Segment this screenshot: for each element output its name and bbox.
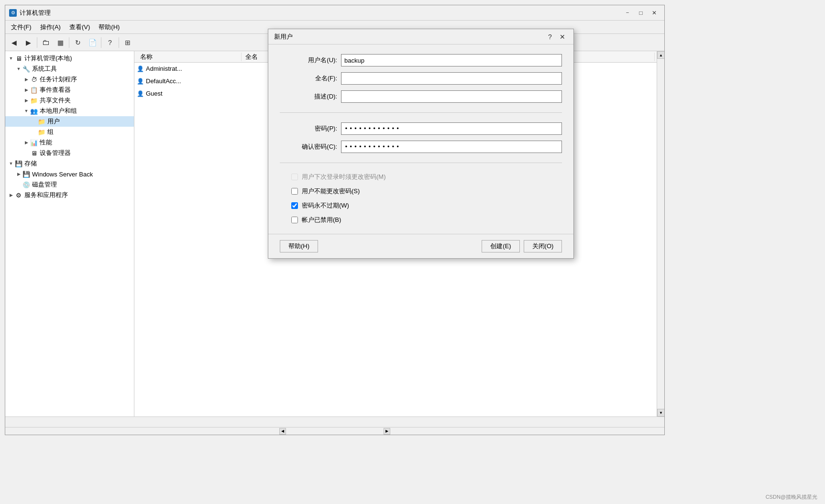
services-apps-icon: ⚙ (15, 191, 22, 199)
menu-view[interactable]: 查看(V) (66, 22, 94, 33)
close-button-dialog[interactable]: 关闭(O) (524, 240, 562, 252)
sidebar-item-shared-folders[interactable]: ▶ 📁 共享文件夹 (5, 95, 134, 106)
description-input[interactable] (341, 90, 562, 103)
dialog-body: 用户名(U): 全名(F): 描述(D): 密码(P): 确认密码(C) (268, 44, 573, 234)
sidebar-item-device-manager[interactable]: 🖥 设备管理器 (5, 148, 134, 158)
user-name-administrator: Administrat... (146, 65, 242, 72)
expand-local-users: ▼ (22, 107, 30, 115)
groups-label: 组 (47, 128, 54, 136)
users-label: 用户 (47, 117, 60, 126)
confirm-password-input[interactable] (341, 141, 562, 153)
dialog-title-bar: 新用户 ? ✕ (268, 29, 573, 44)
col-header-name: 名称 (136, 53, 242, 61)
fullname-label: 全名(F): (280, 74, 337, 83)
user-icon-defaultacc: 👤 (136, 77, 144, 85)
username-input[interactable] (341, 54, 562, 66)
fullname-input[interactable] (341, 72, 562, 85)
title-controls: － □ ✕ (621, 8, 660, 18)
confirm-password-row: 确认密码(C): (280, 141, 562, 153)
disk-mgmt-label: 磁盘管理 (32, 180, 57, 189)
status-bar (5, 416, 664, 427)
toolbar-separator-2 (69, 37, 69, 48)
scroll-track[interactable] (657, 59, 664, 409)
checkbox-row-4: 帐户已禁用(B) (280, 216, 562, 224)
checkbox-account-disabled[interactable] (291, 217, 298, 223)
sidebar-item-services-apps[interactable]: ▶ ⚙ 服务和应用程序 (5, 190, 134, 200)
title-bar: ⚙ 计算机管理 － □ ✕ (5, 5, 664, 21)
user-name-defaultacc: DefaultAcc... (146, 77, 242, 85)
sidebar-item-task-scheduler[interactable]: ▶ ⏱ 任务计划程序 (5, 74, 134, 85)
maximize-button[interactable]: □ (635, 8, 647, 18)
folder-button[interactable]: 🗀 (39, 36, 53, 49)
sidebar-item-disk-mgmt[interactable]: 💿 磁盘管理 (5, 179, 134, 190)
expand-shared-folders: ▶ (22, 97, 30, 104)
toolbar-separator-1 (37, 37, 37, 48)
minimize-button[interactable]: － (621, 8, 634, 18)
user-icon-guest: 👤 (136, 90, 144, 98)
dialog-separator-1 (280, 112, 562, 113)
shared-folders-label: 共享文件夹 (40, 96, 71, 105)
help-button-dialog[interactable]: 帮助(H) (280, 240, 318, 252)
footer-area: CSDN@揽晚风揽星光 (0, 490, 825, 504)
sidebar-item-groups[interactable]: 📁 组 (5, 127, 134, 137)
checkbox-row-2: 用户不能更改密码(S) (280, 187, 562, 196)
sidebar-item-event-viewer[interactable]: ▶ 📋 事件查看器 (5, 85, 134, 95)
expand-performance: ▶ (22, 139, 30, 146)
scrollbar-right[interactable]: ▲ ▼ (657, 51, 664, 416)
system-tools-label: 系统工具 (32, 65, 57, 73)
description-label: 描述(D): (280, 92, 337, 101)
checkbox-password-never-expires-label: 密码永不过期(W) (302, 201, 349, 210)
help-button[interactable]: ? (103, 36, 117, 49)
expand-users (30, 118, 38, 125)
menu-help[interactable]: 帮助(H) (95, 22, 123, 33)
sidebar-item-users[interactable]: 📁 用户 (5, 116, 134, 127)
scroll-down-button[interactable]: ▼ (657, 409, 664, 416)
scroll-left-button[interactable]: ◀ (279, 428, 286, 435)
checkbox-cannot-change-password[interactable] (291, 188, 298, 195)
confirm-password-label: 确认密码(C): (280, 142, 337, 151)
forward-button[interactable]: ▶ (22, 36, 35, 49)
user-name-guest: Guest (146, 90, 242, 97)
shared-folders-icon: 📁 (30, 97, 38, 104)
dialog-close-title-button[interactable]: ✕ (557, 32, 568, 42)
local-users-icon: 👥 (30, 107, 38, 115)
dialog-help-title-button[interactable]: ? (545, 32, 555, 42)
scroll-right-button[interactable]: ▶ (384, 428, 390, 435)
sidebar-item-computer-mgmt[interactable]: ▼ 🖥 计算机管理(本地) (5, 53, 134, 64)
expand-storage: ▼ (7, 160, 15, 167)
menu-action[interactable]: 操作(A) (36, 22, 65, 33)
grid-button[interactable]: ▦ (54, 36, 67, 49)
menu-file[interactable]: 文件(F) (7, 22, 35, 33)
checkbox-must-change-password[interactable] (291, 174, 298, 180)
properties-button[interactable]: ⊞ (121, 36, 134, 49)
sidebar-item-performance[interactable]: ▶ 📊 性能 (5, 137, 134, 148)
checkbox-cannot-change-password-label: 用户不能更改密码(S) (302, 187, 360, 196)
create-button[interactable]: 创建(E) (482, 240, 520, 252)
sidebar-item-storage[interactable]: ▼ 💾 存储 (5, 158, 134, 169)
username-label: 用户名(U): (280, 56, 337, 65)
event-viewer-label: 事件查看器 (40, 86, 71, 94)
system-tools-icon: 🔧 (22, 65, 30, 73)
checkbox-row-1: 用户下次登录时须更改密码(M) (280, 173, 562, 181)
window-title: 计算机管理 (20, 9, 51, 17)
sidebar: ▼ 🖥 计算机管理(本地) ▼ 🔧 系统工具 ▶ ⏱ 任务计划程序 (5, 51, 134, 416)
checkbox-account-disabled-label: 帐户已禁用(B) (302, 216, 341, 224)
checkbox-password-never-expires[interactable] (291, 202, 298, 209)
expand-disk-mgmt (15, 181, 22, 188)
performance-label: 性能 (40, 138, 52, 147)
scroll-up-button[interactable]: ▲ (657, 51, 664, 59)
sidebar-item-win-server-backup[interactable]: ▶ 💾 Windows Server Back (5, 169, 134, 179)
checkbox-must-change-password-label: 用户下次登录时须更改密码(M) (302, 173, 386, 181)
back-button[interactable]: ◀ (7, 36, 21, 49)
horizontal-scroll-track[interactable] (287, 428, 383, 435)
close-window-button[interactable]: ✕ (648, 8, 660, 18)
expand-services-apps: ▶ (7, 191, 15, 199)
disk-mgmt-icon: 💿 (22, 181, 30, 188)
fullname-row: 全名(F): (280, 72, 562, 85)
expand-event-viewer: ▶ (22, 86, 30, 94)
export-button[interactable]: 📄 (86, 36, 99, 49)
sidebar-item-local-users[interactable]: ▼ 👥 本地用户和组 (5, 106, 134, 116)
password-input[interactable] (341, 122, 562, 135)
sidebar-item-system-tools[interactable]: ▼ 🔧 系统工具 (5, 64, 134, 74)
refresh-button[interactable]: ↻ (71, 36, 85, 49)
